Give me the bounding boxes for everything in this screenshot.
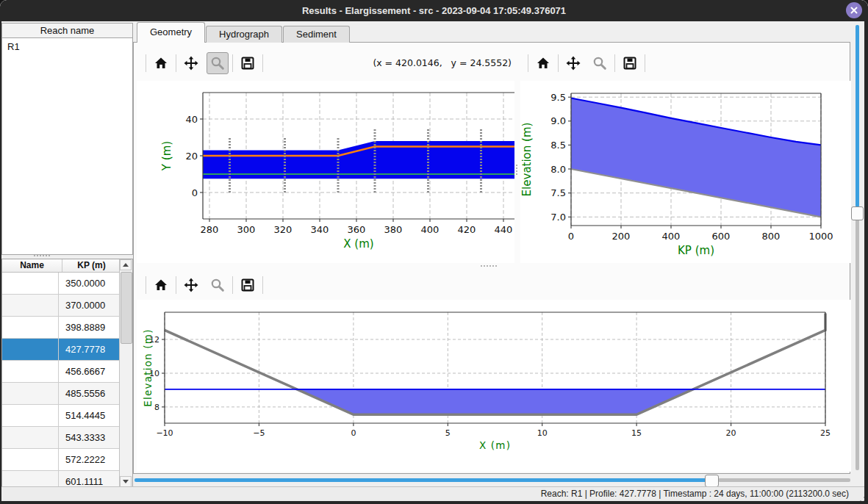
pan-button[interactable] [180, 52, 202, 74]
close-button[interactable] [846, 2, 862, 18]
table-row[interactable]: 350.0000 [2, 273, 120, 295]
cell-kp[interactable]: 370.0000 [59, 295, 120, 316]
svg-text:40: 40 [185, 114, 198, 125]
window-title: Results - Elargissement - src - 2023-09-… [0, 0, 868, 21]
svg-text:280: 280 [201, 224, 219, 235]
table-row[interactable]: 543.3333 [2, 427, 120, 449]
pan-button[interactable] [180, 274, 202, 296]
zoom-icon [210, 278, 225, 292]
water-body-fill [571, 98, 821, 217]
close-icon [850, 6, 858, 15]
cross-ylabel: Elevation (m) [142, 328, 154, 406]
home-icon [154, 278, 168, 292]
table-row[interactable]: 514.4445 [2, 405, 120, 427]
reach-list[interactable]: R1 [1, 37, 133, 255]
tab-hydrograph[interactable]: Hydrograph [206, 26, 282, 43]
home-button[interactable] [150, 274, 172, 296]
cell-kp[interactable]: 572.2222 [59, 449, 120, 470]
svg-text:600: 600 [712, 231, 731, 242]
time-slider-track-filled[interactable] [134, 478, 706, 482]
cell-kp[interactable]: 350.0000 [59, 273, 120, 294]
longitudinal-profile-chart[interactable]: 020040060080010007.07.58.08.59.09.5KP (m… [520, 81, 851, 263]
vertical-slider-track-filled[interactable] [856, 25, 859, 207]
table-row[interactable]: 427.7778 [2, 339, 120, 361]
cell-kp[interactable]: 485.5556 [59, 383, 120, 404]
cross-section-toolbar [144, 273, 265, 297]
scrollbar-thumb[interactable] [121, 272, 132, 344]
cell-name[interactable] [2, 405, 59, 426]
vertical-slider-handle[interactable] [851, 206, 864, 220]
cell-name[interactable] [2, 361, 59, 382]
save-button[interactable] [237, 274, 259, 296]
pan-icon [184, 278, 198, 292]
plan-chart-toolbar [144, 51, 265, 75]
vertical-slider-track[interactable] [856, 219, 859, 470]
zoom-button[interactable] [207, 52, 229, 74]
svg-text:440: 440 [495, 224, 513, 235]
svg-text:9.0: 9.0 [550, 115, 566, 126]
cell-name[interactable] [2, 339, 59, 360]
cell-kp[interactable]: 514.4445 [59, 405, 120, 426]
column-header-kp[interactable]: KP (m) [62, 259, 121, 272]
cell-name[interactable] [2, 427, 59, 448]
svg-text:360: 360 [348, 224, 366, 235]
long-xlabel: KP (m) [678, 244, 714, 257]
cell-name[interactable] [2, 317, 59, 338]
column-header-name[interactable]: Name [2, 259, 62, 272]
pan-icon [184, 56, 198, 71]
svg-text:420: 420 [458, 224, 476, 235]
cell-kp[interactable]: 543.3333 [59, 427, 120, 448]
table-row[interactable]: 398.8889 [2, 317, 120, 339]
cell-kp[interactable]: 398.8889 [59, 317, 120, 338]
horizontal-splitter-handle[interactable] [481, 265, 497, 267]
table-row[interactable]: 601.1111 [2, 471, 120, 488]
svg-text:5: 5 [445, 428, 451, 438]
titlebar[interactable]: Results - Elargissement - src - 2023-09-… [0, 0, 868, 21]
cross-section-chart[interactable]: −10−5051015202581012X (m)Elevation (m) [137, 300, 851, 472]
save-button[interactable] [237, 52, 259, 74]
home-button[interactable] [532, 52, 554, 74]
time-slider-handle[interactable] [705, 475, 719, 487]
tab-sediment[interactable]: Sediment [283, 26, 350, 43]
zoom-button[interactable] [207, 274, 229, 296]
table-row[interactable]: 370.0000 [2, 295, 120, 317]
save-icon [240, 278, 255, 292]
cell-name[interactable] [2, 273, 59, 294]
sidebar-splitter-handle[interactable] [34, 255, 50, 256]
scroll-down-button[interactable] [120, 476, 132, 487]
home-button[interactable] [150, 52, 172, 74]
save-icon [623, 56, 637, 71]
arrow-down-icon [123, 480, 129, 483]
scroll-up-button[interactable] [120, 259, 132, 270]
time-slider-track[interactable] [718, 478, 850, 482]
save-button[interactable] [619, 52, 641, 74]
status-text: Reach: R1 | Profile: 427.7778 | Timestam… [541, 487, 849, 501]
svg-text:0: 0 [568, 231, 574, 242]
vertical-splitter-handle[interactable] [516, 165, 517, 175]
tab-geometry[interactable]: Geometry [137, 22, 205, 43]
svg-text:8.0: 8.0 [550, 164, 566, 175]
table-row[interactable]: 485.5556 [2, 383, 120, 405]
cell-kp[interactable]: 456.6667 [59, 361, 120, 382]
reach-list-item[interactable]: R1 [2, 38, 132, 55]
window-border-left [0, 21, 1, 504]
cell-name[interactable] [2, 449, 59, 470]
plan-view-chart[interactable]: 28030032034036038040042044002040X (m)Y (… [137, 81, 514, 263]
table-row[interactable]: 456.6667 [2, 361, 120, 383]
zoom-button[interactable] [589, 52, 611, 74]
arrow-up-icon [123, 263, 129, 267]
table-row[interactable]: 572.2222 [2, 449, 120, 471]
cell-kp[interactable]: 601.1111 [59, 471, 120, 488]
cell-kp[interactable]: 427.7778 [59, 339, 120, 360]
cross-xlabel: X (m) [479, 439, 511, 451]
plan-ylabel: Y (m) [160, 141, 173, 171]
home-icon [154, 56, 168, 71]
svg-text:800: 800 [762, 231, 781, 242]
cell-name[interactable] [2, 471, 59, 488]
cell-name[interactable] [2, 383, 59, 404]
cell-name[interactable] [2, 295, 59, 316]
table-scrollbar[interactable] [119, 259, 132, 487]
long-profile-toolbar [526, 51, 647, 75]
pan-button[interactable] [562, 52, 584, 74]
reach-name-header: Reach name [1, 23, 133, 39]
